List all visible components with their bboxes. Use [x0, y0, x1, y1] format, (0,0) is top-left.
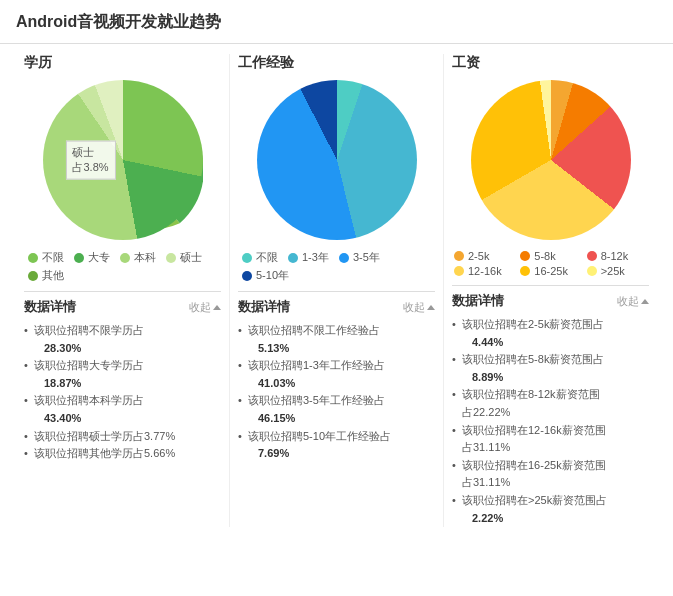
salary-detail-list: 该职位招聘在2-5k薪资范围占4.44% 该职位招聘在5-8k薪资范围占8.89…: [452, 316, 649, 527]
experience-detail-toggle[interactable]: 收起: [403, 300, 435, 315]
toggle-arrow-icon: [213, 305, 221, 310]
detail-item: 该职位招聘5-10年工作经验占7.69%: [238, 428, 435, 463]
experience-section: 工作经验 不限 1-3年 3-5年 5-10年 数据详情: [230, 54, 444, 527]
legend-item: 5-8k: [520, 250, 580, 262]
legend-item: 大专: [74, 250, 110, 265]
salary-detail-title: 数据详情: [452, 292, 504, 310]
legend-item: 5-10年: [242, 268, 289, 283]
detail-item: 该职位招聘3-5年工作经验占46.15%: [238, 392, 435, 427]
detail-item: 该职位招聘本科学历占43.40%: [24, 392, 221, 427]
detail-item: 该职位招聘硕士学历占3.77%: [24, 428, 221, 446]
detail-item: 该职位招聘在16-25k薪资范围占31.11%: [452, 457, 649, 492]
salary-title: 工资: [452, 54, 649, 72]
legend-item: 本科: [120, 250, 156, 265]
legend-item: 其他: [28, 268, 64, 283]
education-detail-title: 数据详情: [24, 298, 76, 316]
experience-title: 工作经验: [238, 54, 435, 72]
education-detail-toggle[interactable]: 收起: [189, 300, 221, 315]
experience-detail-header: 数据详情 收起: [238, 291, 435, 316]
salary-pie: [471, 80, 631, 240]
legend-item: 2-5k: [454, 250, 514, 262]
experience-detail-list: 该职位招聘不限工作经验占5.13% 该职位招聘1-3年工作经验占41.03% 该…: [238, 322, 435, 463]
legend-item: 硕士: [166, 250, 202, 265]
detail-item: 该职位招聘大专学历占18.87%: [24, 357, 221, 392]
detail-item: 该职位招聘其他学历占5.66%: [24, 445, 221, 463]
education-pie: 硕士 占3.8%: [43, 80, 203, 240]
education-detail-list: 该职位招聘不限学历占28.30% 该职位招聘大专学历占18.87% 该职位招聘本…: [24, 322, 221, 463]
salary-section: 工资 2-5k 5-8k 8-12k 12-16k 16-2: [444, 54, 657, 527]
education-legend: 不限 大专 本科 硕士 其他: [24, 250, 221, 283]
experience-detail-title: 数据详情: [238, 298, 290, 316]
legend-item: 3-5年: [339, 250, 380, 265]
legend-item: 16-25k: [520, 265, 580, 277]
legend-item: 不限: [28, 250, 64, 265]
salary-detail-header: 数据详情 收起: [452, 285, 649, 310]
detail-item: 该职位招聘不限学历占28.30%: [24, 322, 221, 357]
detail-item: 该职位招聘在5-8k薪资范围占8.89%: [452, 351, 649, 386]
toggle-arrow-icon: [427, 305, 435, 310]
education-detail-header: 数据详情 收起: [24, 291, 221, 316]
detail-item: 该职位招聘在8-12k薪资范围占22.22%: [452, 386, 649, 421]
education-section: 学历 硕士 占3.: [16, 54, 230, 527]
legend-item: 8-12k: [587, 250, 647, 262]
salary-detail-toggle[interactable]: 收起: [617, 294, 649, 309]
detail-item: 该职位招聘1-3年工作经验占41.03%: [238, 357, 435, 392]
detail-item: 该职位招聘在>25k薪资范围占2.22%: [452, 492, 649, 527]
experience-legend: 不限 1-3年 3-5年 5-10年: [238, 250, 435, 283]
education-title: 学历: [24, 54, 221, 72]
legend-item: >25k: [587, 265, 647, 277]
detail-item: 该职位招聘不限工作经验占5.13%: [238, 322, 435, 357]
legend-item: 1-3年: [288, 250, 329, 265]
page-title: Android音视频开发就业趋势: [0, 0, 673, 44]
legend-item: 不限: [242, 250, 278, 265]
experience-pie: [257, 80, 417, 240]
salary-legend: 2-5k 5-8k 8-12k 12-16k 16-25k >25k: [452, 250, 649, 277]
toggle-arrow-icon: [641, 299, 649, 304]
legend-item: 12-16k: [454, 265, 514, 277]
detail-item: 该职位招聘在2-5k薪资范围占4.44%: [452, 316, 649, 351]
detail-item: 该职位招聘在12-16k薪资范围占31.11%: [452, 422, 649, 457]
